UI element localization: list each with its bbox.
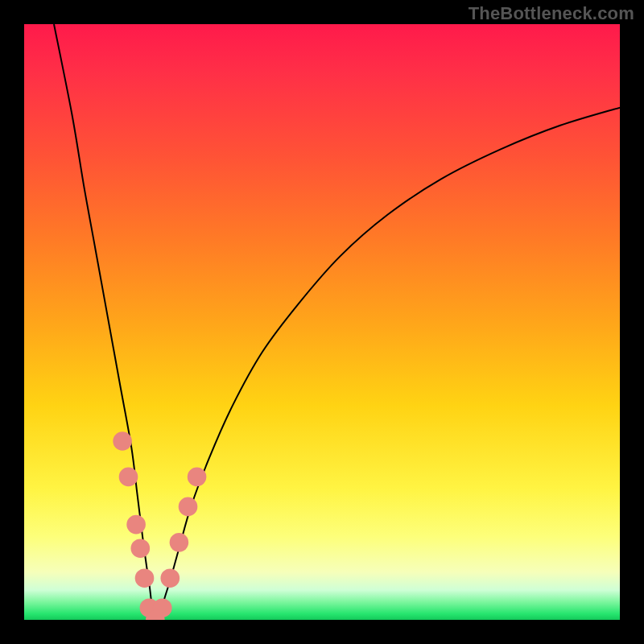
pt-bottom-3 — [153, 598, 172, 617]
pt-left-4 — [131, 539, 151, 558]
pt-right-3 — [179, 497, 198, 517]
plot-area — [24, 24, 620, 620]
sample-points — [113, 431, 206, 620]
pt-left-5 — [135, 568, 155, 588]
pt-right-2 — [170, 533, 189, 552]
pt-left-3 — [126, 515, 146, 535]
pt-right-4 — [188, 468, 207, 487]
chart-stage: TheBottleneck.com — [0, 0, 644, 644]
curve-layer — [24, 24, 620, 620]
pt-left-1 — [113, 431, 132, 451]
watermark-text: TheBottleneck.com — [469, 3, 634, 24]
pt-right-1 — [161, 568, 180, 588]
pt-left-2 — [119, 468, 138, 487]
